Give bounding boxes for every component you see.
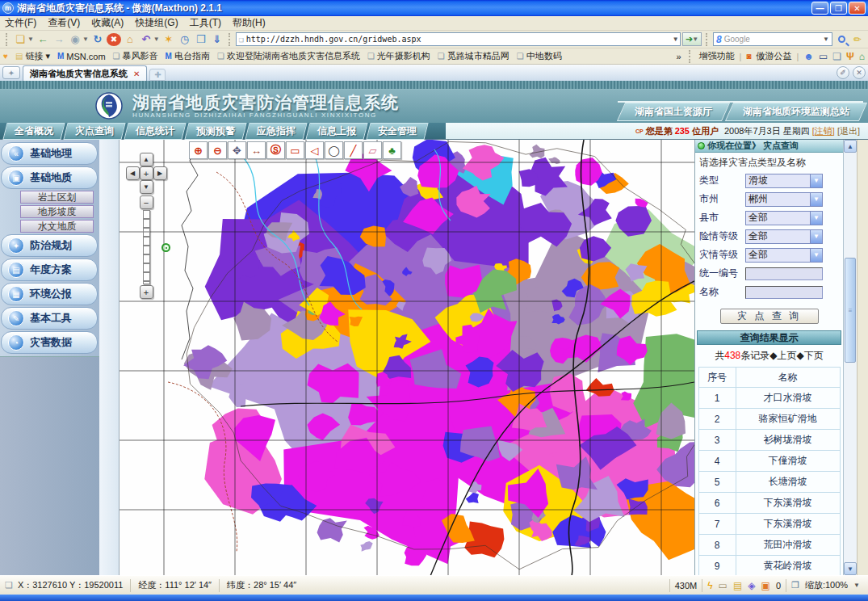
banner-link-0[interactable]: 湖南省国土资源厅 bbox=[617, 103, 730, 121]
history-icon[interactable]: ◷ bbox=[178, 32, 192, 47]
close-button[interactable]: ✕ bbox=[849, 2, 866, 15]
bookmark-item[interactable]: ❏觅路城市精品网 bbox=[438, 50, 509, 62]
window-icon[interactable]: ▭ bbox=[819, 51, 828, 62]
search-box[interactable]: 8 Google ▼ bbox=[713, 32, 832, 46]
nav-tab-5[interactable]: 信息上报 bbox=[305, 123, 367, 140]
sidebar-item[interactable]: «基础地理 bbox=[1, 142, 98, 165]
query-button[interactable]: 灾 点 查 询 bbox=[720, 309, 819, 324]
nav-tab-0[interactable]: 全省概况 bbox=[2, 123, 65, 140]
row-name[interactable]: 荒田冲滑坡 bbox=[736, 535, 840, 556]
measure-distance-tool[interactable]: ↔ bbox=[247, 141, 266, 159]
profile-icon[interactable]: ☻ bbox=[803, 51, 814, 62]
favorites-heart-icon[interactable]: ♥ bbox=[3, 52, 8, 61]
select-arrow-icon[interactable]: ▼ bbox=[810, 212, 822, 225]
menu-item[interactable]: 帮助(H) bbox=[233, 16, 266, 30]
layer-tree-tool[interactable]: ♣ bbox=[383, 141, 401, 159]
pan-center-button[interactable]: + bbox=[140, 166, 153, 180]
scroll-track[interactable]: ≡ bbox=[844, 153, 857, 562]
snap-icon[interactable]: ❒ bbox=[194, 32, 208, 47]
download-icon[interactable]: ⇓ bbox=[210, 32, 224, 47]
table-row[interactable]: 6下东溪滑坡 bbox=[698, 493, 840, 514]
row-name[interactable]: 骆家恒矿滑地 bbox=[736, 409, 840, 430]
sidebar-subitem[interactable]: 岩土区划 bbox=[20, 191, 94, 204]
prev-page-link[interactable]: ◆上页 bbox=[769, 350, 796, 361]
row-name[interactable]: 下东溪滑坡 bbox=[736, 493, 840, 514]
enhance-features-link[interactable]: 增强功能 bbox=[699, 50, 735, 62]
sidebar-item[interactable]: ▦环境公报 bbox=[1, 283, 98, 305]
field-select-县市[interactable]: 全部▼ bbox=[745, 211, 823, 225]
popup-blocker-icon[interactable]: ▣ bbox=[761, 580, 770, 591]
row-name[interactable]: 黄花岭滑坡 bbox=[736, 556, 840, 576]
field-input-统一编号[interactable] bbox=[745, 267, 823, 280]
zoom-level[interactable]: 缩放:100% bbox=[805, 579, 848, 591]
skin-icon[interactable]: ⌂ bbox=[859, 51, 865, 62]
refresh-icon[interactable]: ↻ bbox=[90, 32, 105, 47]
circle-select-tool[interactable]: ◯ bbox=[325, 141, 343, 159]
table-row[interactable]: 2骆家恒矿滑地 bbox=[698, 409, 840, 430]
folder-icon[interactable]: ▭ bbox=[719, 580, 728, 591]
bookmark-item[interactable]: M电台指南 bbox=[166, 50, 210, 62]
pan-right-button[interactable]: ▶ bbox=[153, 166, 167, 180]
tab-close-icon[interactable]: ✕ bbox=[133, 69, 140, 78]
folder-open-icon[interactable]: ▤ bbox=[733, 580, 742, 591]
sidebar-item[interactable]: ✎基本工具 bbox=[1, 307, 98, 330]
new-tab-button[interactable]: ✚ bbox=[149, 69, 166, 81]
zoom-out-tool[interactable]: ⊖ bbox=[208, 141, 227, 159]
search-input[interactable]: Google bbox=[724, 35, 820, 44]
sidebar-item[interactable]: ◔灾害数据 bbox=[1, 331, 98, 354]
rect-select-tool[interactable]: ▭ bbox=[286, 141, 304, 159]
restore-button[interactable]: ❐ bbox=[830, 2, 847, 15]
table-row[interactable]: 4下僮滑坡 bbox=[698, 451, 840, 472]
table-row[interactable]: 5长塘滑坡 bbox=[698, 472, 840, 493]
field-select-灾情等级[interactable]: 全部▼ bbox=[745, 248, 823, 263]
next-page-link[interactable]: ◆下页 bbox=[797, 350, 824, 361]
select-arrow-icon[interactable]: ▼ bbox=[810, 249, 822, 262]
exit-link[interactable]: [退出] bbox=[837, 125, 860, 137]
tab-bar-close-icon[interactable]: ✕ bbox=[853, 66, 866, 79]
bookmark-item[interactable]: ❏光年摄影机构 bbox=[367, 50, 430, 62]
menu-item[interactable]: 收藏(A) bbox=[91, 16, 124, 30]
row-name[interactable]: 才口水滑坡 bbox=[736, 388, 840, 409]
home-icon[interactable]: ⌂ bbox=[123, 32, 137, 47]
zoom-in-tool[interactable]: ⊕ bbox=[189, 141, 208, 159]
row-name[interactable]: 下僮滑坡 bbox=[736, 451, 840, 472]
bookmarks-overflow-icon[interactable]: » bbox=[676, 52, 681, 61]
row-name[interactable]: 长塘滑坡 bbox=[736, 472, 840, 493]
address-dropdown-icon[interactable]: ▼ bbox=[673, 36, 677, 43]
undo-icon[interactable]: ↶ bbox=[139, 32, 153, 47]
table-row[interactable]: 8荒田冲滑坡 bbox=[698, 535, 840, 556]
search-dropdown-icon[interactable]: ▼ bbox=[823, 36, 829, 43]
bookmark-item[interactable]: MMSN.com bbox=[57, 52, 106, 61]
field-select-类型[interactable]: 滑坡▼ bbox=[745, 174, 823, 188]
forward-icon[interactable]: → bbox=[52, 32, 66, 47]
scroll-thumb[interactable]: ≡ bbox=[845, 258, 856, 363]
table-row[interactable]: 3衫树垅滑坡 bbox=[698, 430, 840, 451]
sidebar-item[interactable]: ✦防治规划 bbox=[1, 234, 98, 257]
zoom-dropdown-icon[interactable]: ▼ bbox=[853, 582, 860, 589]
polygon-select-tool[interactable]: ◁ bbox=[305, 141, 324, 159]
compass-tool[interactable]: Ⓢ bbox=[266, 141, 285, 159]
nav-tab-6[interactable]: 安全管理 bbox=[366, 123, 428, 140]
new-page-icon-dropdown[interactable]: ▼ bbox=[27, 36, 34, 43]
map-viewport[interactable]: ⊕⊖✥↔Ⓢ▭◁◯╱▱♣ ▲ ◀ + ▶ ▼ − + bbox=[120, 140, 694, 575]
go-button[interactable]: ➔▼ bbox=[682, 32, 702, 46]
tab-settings-icon[interactable]: ✐ bbox=[837, 66, 849, 79]
select-arrow-icon[interactable]: ▼ bbox=[810, 230, 822, 243]
field-select-险情等级[interactable]: 全部▼ bbox=[745, 229, 823, 244]
field-input-名称[interactable] bbox=[745, 286, 823, 299]
table-row[interactable]: 1才口水滑坡 bbox=[698, 388, 840, 409]
bookmark-item[interactable]: ❏欢迎登陆湖南省地质灾害信息系统 bbox=[217, 50, 360, 62]
nav-tab-3[interactable]: 预测预警 bbox=[184, 123, 246, 140]
row-name[interactable]: 下东溪滑坡 bbox=[736, 514, 840, 535]
sidebar-item[interactable]: ▤年度方案 bbox=[1, 258, 98, 281]
zoom-slider[interactable] bbox=[143, 210, 150, 284]
magic-wand-icon[interactable]: ✶ bbox=[161, 32, 176, 47]
select-arrow-icon[interactable]: ▼ bbox=[810, 193, 822, 206]
nav-tab-4[interactable]: 应急指挥 bbox=[245, 123, 307, 140]
diamond-icon[interactable]: ◈ bbox=[748, 580, 755, 591]
nav-tab-1[interactable]: 灾点查询 bbox=[63, 123, 125, 140]
sidebar-item[interactable]: ▣基础地质 bbox=[1, 166, 98, 189]
favorites-star-icon[interactable]: ✦ bbox=[2, 66, 20, 79]
zoom-plus-button[interactable]: + bbox=[140, 285, 153, 299]
bookmark-item[interactable]: ❏中地数码 bbox=[517, 50, 562, 62]
